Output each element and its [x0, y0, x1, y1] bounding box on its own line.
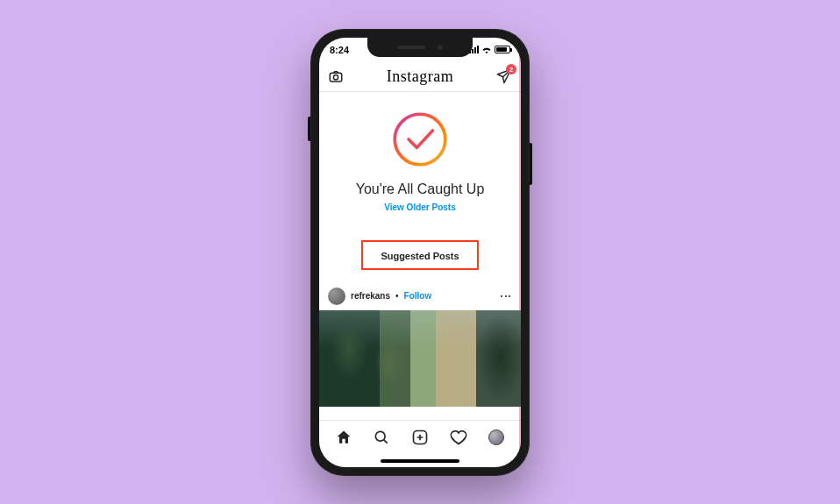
status-indicators: [469, 46, 510, 53]
direct-messages-icon[interactable]: 2: [496, 68, 512, 84]
phone-screen: 8:24 Instagram 2: [319, 38, 521, 467]
feed-content[interactable]: You're All Caught Up View Older Posts Su…: [319, 92, 521, 420]
nav-profile-icon[interactable]: [487, 428, 506, 447]
profile-avatar-icon: [488, 429, 504, 445]
caught-up-title: You're All Caught Up: [328, 181, 512, 197]
app-header: Instagram 2: [319, 62, 521, 92]
home-indicator[interactable]: [319, 455, 521, 467]
dm-badge-count: 2: [506, 64, 516, 75]
view-older-posts-link[interactable]: View Older Posts: [328, 202, 512, 212]
suggested-posts-heading: Suggested Posts: [381, 251, 459, 261]
camera-icon[interactable]: [328, 68, 344, 84]
nav-search-icon[interactable]: [372, 428, 391, 447]
post-author-avatar[interactable]: [328, 287, 345, 305]
battery-icon: [495, 46, 510, 53]
post-author-username[interactable]: refrekans: [351, 291, 390, 301]
phone-notch: [367, 38, 473, 57]
svg-point-3: [376, 431, 386, 441]
phone-device-frame: 8:24 Instagram 2: [310, 29, 530, 476]
suggested-posts-heading-highlight: Suggested Posts: [361, 240, 478, 270]
separator-dot: •: [395, 291, 399, 301]
bottom-nav: [319, 420, 521, 455]
follow-link[interactable]: Follow: [404, 291, 432, 301]
status-time: 8:24: [330, 45, 349, 55]
caught-up-section: You're All Caught Up View Older Posts: [319, 92, 521, 221]
nav-home-icon[interactable]: [334, 428, 353, 447]
svg-point-1: [333, 75, 338, 80]
wifi-icon: [481, 46, 492, 53]
svg-rect-0: [330, 73, 342, 82]
nav-activity-icon[interactable]: [449, 428, 468, 447]
svg-point-2: [395, 114, 445, 165]
post-image[interactable]: [319, 310, 521, 407]
post-header: refrekans • Follow ⋮: [319, 282, 521, 310]
instagram-logo[interactable]: Instagram: [387, 67, 453, 86]
nav-new-post-icon[interactable]: [410, 428, 430, 447]
caught-up-check-icon: [388, 108, 452, 171]
